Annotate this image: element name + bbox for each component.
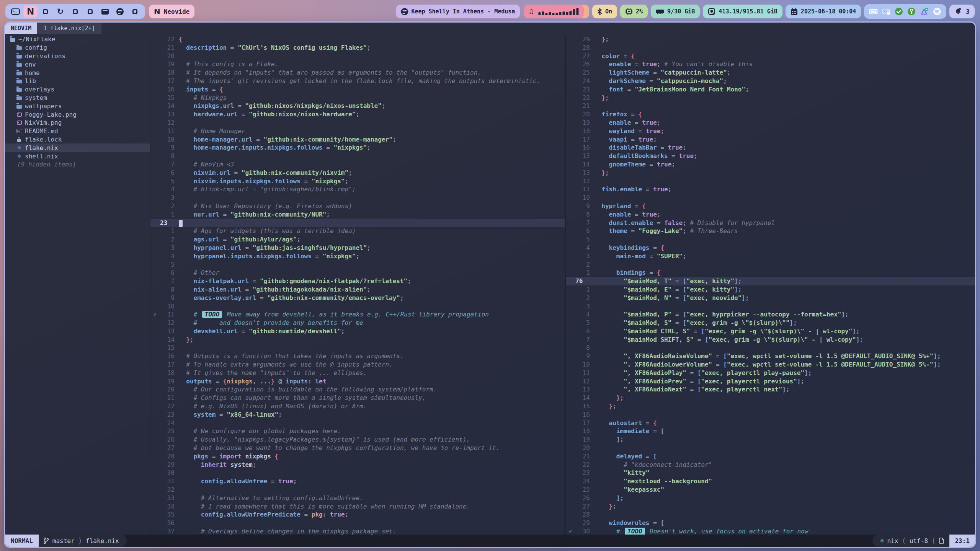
code-line[interactable]: 21 delayed = [ [566, 452, 975, 461]
code-line[interactable]: 15 # Nixpkgs [150, 94, 565, 102]
screenshare-lock-icon[interactable] [882, 8, 890, 15]
tree-item-home[interactable]: home [5, 68, 150, 77]
tree-item-config[interactable]: config [5, 44, 150, 52]
code-line[interactable]: 76 "$mainMod, T" = ["exec, kitty"]; [566, 277, 975, 285]
clock-pill[interactable]: 2025-06-18 00:04 [786, 5, 861, 18]
notifications-pill[interactable]: 3 [949, 5, 975, 18]
code-line[interactable]: 10 [566, 194, 975, 202]
code-line[interactable]: 20 firefox = { [566, 110, 975, 119]
code-line[interactable]: 32 [150, 486, 565, 494]
code-line[interactable]: 4 hyprpanel.inputs.nixpkgs.follows = "ni… [150, 252, 565, 261]
code-line[interactable]: 5 "$mainMod, S" = ["exec, grim -g \"$(sl… [566, 319, 975, 327]
tree-item-derivations[interactable]: derivations [5, 52, 150, 60]
workspace-terminal-icon[interactable] [8, 5, 23, 18]
code-line[interactable]: 10 ", XF86AudioLowerVolume" = ["exec, wp… [566, 360, 975, 369]
code-line[interactable]: 28 [566, 44, 975, 52]
code-line[interactable]: 25 "keepassxc" [566, 486, 975, 494]
tab-neovim[interactable]: NEOVIM [5, 23, 37, 34]
code-line[interactable]: 24 darkScheme = "catppuccin-mocha"; [566, 77, 975, 85]
code-line[interactable]: 23 font = "JetBrainsMono Nerd Font Mono"… [566, 85, 975, 94]
code-line[interactable]: 18 # It gives the name "inputs" to the .… [150, 369, 565, 377]
code-line[interactable]: 20 [566, 444, 975, 452]
code-line[interactable]: 16 inputs = { [150, 85, 565, 94]
code-line[interactable]: 14 }; [150, 336, 565, 344]
code-line[interactable]: 1 bindings = { [566, 269, 975, 277]
tree-item-wallpapers[interactable]: wallpapers [5, 102, 150, 110]
code-line[interactable]: 2 # Nix User Repository (e.g. Firefox ad… [150, 202, 565, 210]
code-line[interactable]: 18 immediate = [ [566, 427, 975, 435]
code-line[interactable]: 29 windowrules = [ [566, 519, 975, 527]
cpu-pill[interactable]: 2% [620, 5, 648, 18]
code-line[interactable]: 13 }; [566, 169, 975, 177]
code-line[interactable]: 19 # This config is a Flake. [150, 60, 565, 68]
code-line[interactable]: 14 gnomeTheme = true; [566, 160, 975, 169]
code-line[interactable]: 9 home-manager.inputs.nixpkgs.follows = … [150, 143, 565, 152]
code-line[interactable]: 24 [150, 419, 565, 427]
code-line[interactable]: 27 color = { [566, 52, 975, 60]
tree-item-readme.md[interactable]: README.md [5, 127, 150, 135]
code-line[interactable]: 1 # Ags for widgets (this was a terrible… [150, 227, 565, 235]
tree-item-env[interactable]: env [5, 60, 150, 68]
code-line[interactable]: 26 ]; [566, 494, 975, 502]
code-line[interactable]: 6 # Other [150, 269, 565, 277]
code-line[interactable]: 16 # Outputs is a function that takes th… [150, 352, 565, 360]
updates-ok-icon[interactable] [895, 7, 903, 16]
code-line[interactable]: 22{ [150, 35, 565, 44]
code-line[interactable]: 6 nixvim.url = "github:nix-community/nix… [150, 169, 565, 177]
code-line[interactable]: 24 "nextcloud --background" [566, 477, 975, 486]
code-line[interactable]: 13 ", XF86AudioNext" = ["exec, playerctl… [566, 385, 975, 394]
workspace-window-icon[interactable] [128, 5, 142, 18]
code-line[interactable]: 15 }; [566, 402, 975, 411]
code-line[interactable]: 19 enable = true; [566, 119, 975, 127]
code-line[interactable]: 29 }; [566, 35, 975, 44]
code-line[interactable]: 31 config.allowUnfree = true; [150, 477, 565, 486]
workspace-window-filled-icon[interactable] [98, 5, 112, 18]
code-line[interactable]: 23 system = "x86_64-linux"; [150, 411, 565, 419]
code-line[interactable]: 25 lightScheme = "catppuccin-latte"; [566, 68, 975, 77]
code-line[interactable]: 7 "$mainMod SHIFT, S" = ["exec, grim -g … [566, 336, 975, 344]
code-line[interactable]: 19 ]; [566, 435, 975, 444]
tab-buffer-flake-nix[interactable]: 1 flake.nix[2+] [37, 23, 101, 34]
code-line[interactable]: 22 }; [566, 94, 975, 102]
code-line[interactable]: 4 keybindings = { [566, 244, 975, 252]
workspace-refresh-icon[interactable]: ↻ [53, 5, 67, 18]
code-line[interactable]: ✓11 # TODO Move away from devshell, as i… [150, 310, 565, 319]
tree-item-flake.lock[interactable]: flake.lock [5, 135, 150, 144]
code-line[interactable]: 27 # but because we want to change the n… [150, 444, 565, 452]
workspace-window-icon[interactable] [68, 5, 82, 18]
code-line[interactable]: 27 }; [566, 502, 975, 511]
code-line[interactable]: 19 outputs = {nixpkgs, ...} @ inputs: le… [150, 377, 565, 386]
keyboard-icon[interactable] [869, 8, 878, 15]
code-line[interactable]: 34 # I read somewhere that this is more … [150, 502, 565, 511]
tree-item-system[interactable]: system [5, 94, 150, 102]
code-line[interactable]: 14 nixpkgs.url = "github:nixos/nixpkgs/n… [150, 102, 565, 110]
code-line[interactable]: 17 # The inputs' git revisions get locke… [150, 77, 565, 85]
code-line[interactable]: 12 ", XF86AudioPrev" = ["exec, playerctl… [566, 377, 975, 386]
code-line[interactable]: 10 [150, 302, 565, 311]
code-line[interactable]: 15 [150, 344, 565, 352]
code-line[interactable]: 11 # Home Manager [150, 127, 565, 135]
code-line[interactable]: 10 home-manager.url = "github:nix-commun… [150, 135, 565, 144]
code-line[interactable]: 3 main-mod = "SUPER"; [566, 252, 975, 261]
bluetooth-pill[interactable]: On [592, 5, 617, 18]
code-line[interactable]: 1 "$mainMod, E" = ["exec, kitty"]; [566, 285, 975, 294]
code-line[interactable]: 6 "$mainMod CTRL, S" = ["exec, grim -g \… [566, 327, 975, 336]
code-line[interactable]: 33 # Alternative to setting config.allow… [150, 494, 565, 502]
code-line[interactable]: 8 nix-alien.url = "github:thiagokokada/n… [150, 285, 565, 294]
code-line[interactable]: 36 [150, 519, 565, 527]
tree-item-9hiddenitems[interactable]: (9 hidden items) [5, 160, 150, 169]
code-line[interactable]: 2 "$mainMod, N" = ["exec, neovide"]; [566, 294, 975, 302]
tree-item-overlays[interactable]: overlays [5, 85, 150, 94]
code-line[interactable]: 3 [566, 302, 975, 311]
tree-item-~nixflake[interactable]: ~/NixFlake [5, 35, 150, 44]
audio-visualizer-pill[interactable]: ♫ [524, 5, 584, 18]
code-line[interactable]: 2 [566, 261, 975, 269]
code-line[interactable]: 18 wayland = true; [566, 127, 975, 135]
code-line[interactable]: 22 # "kdeconnect-indicator" [566, 461, 975, 469]
code-line[interactable]: 21 description = "ChUrl's NixOS config u… [150, 44, 565, 52]
code-line[interactable]: 30 [150, 469, 565, 477]
code-line[interactable]: 9 emacs-overlay.url = "github:nix-commun… [150, 294, 565, 302]
tree-item-shell.nix[interactable]: ❄shell.nix [5, 152, 150, 160]
code-line[interactable]: 2 ags.url = "github:Aylur/ags"; [150, 235, 565, 244]
code-line[interactable]: 17 # To handle extra arguments we use th… [150, 360, 565, 369]
